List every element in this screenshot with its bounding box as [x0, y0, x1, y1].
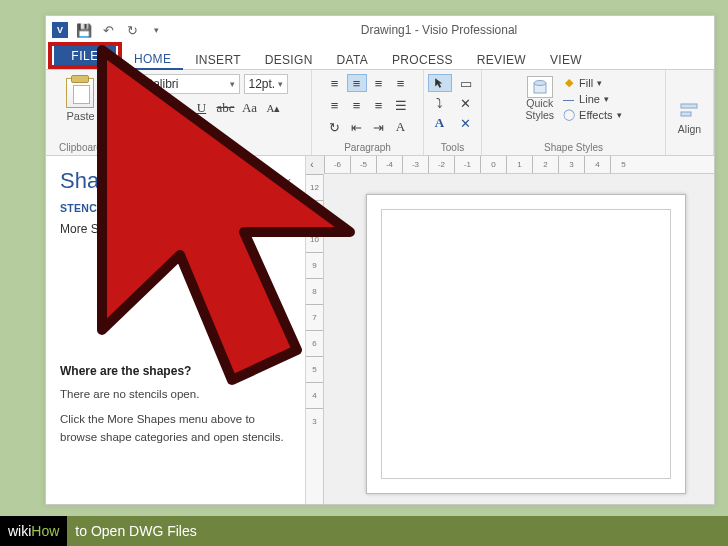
strike-button[interactable]: abc — [216, 98, 236, 118]
bullets-button[interactable]: ☰ — [391, 96, 411, 114]
group-font-label: Font — [116, 142, 311, 153]
align-label: Align — [678, 123, 701, 135]
ruler-tick: 12 — [306, 174, 323, 200]
font-size-value: 12pt. — [249, 77, 276, 91]
banner-wiki: wiki — [8, 523, 31, 539]
rectangle-tool-button[interactable]: ▭ — [454, 74, 478, 92]
paste-icon — [66, 78, 94, 108]
save-icon[interactable]: 💾 — [76, 22, 92, 38]
ruler-tick: -5 — [350, 156, 376, 173]
search-tab[interactable]: SEARCH — [128, 202, 174, 214]
visio-window: V 💾 ↶ ↻ ▾ Drawing1 - Visio Professional … — [45, 15, 715, 505]
rotate-button[interactable]: ↻ — [325, 118, 345, 136]
fill-button[interactable]: ◆ Fill ▾ — [562, 76, 621, 89]
ruler-tick: 0 — [480, 156, 506, 173]
workspace: Shapes ‹ STENCILS SEARCH More Shapes ▸ W… — [46, 156, 714, 504]
ruler-tick: 9 — [306, 252, 323, 278]
paste-button[interactable]: Paste — [66, 78, 94, 122]
effects-label: Effects — [579, 109, 612, 121]
font-size-combo[interactable]: 12pt. ▾ — [244, 74, 288, 94]
group-clipboard: Paste Clipboard — [46, 70, 116, 155]
font-size-up-button[interactable]: A▴ — [264, 98, 284, 118]
pointer-tool-button[interactable] — [428, 74, 452, 92]
collapse-ruler-icon[interactable]: ‹ — [306, 157, 318, 171]
connector-tool-button[interactable]: ⤵ — [428, 94, 452, 112]
effects-button[interactable]: ◯ Effects ▾ — [562, 108, 621, 121]
group-paragraph-label: Paragraph — [312, 142, 423, 153]
group-font: Calibri ▾ 12pt. ▾ B I U abc Aa A▴ A Font — [116, 70, 312, 155]
ruler-tick: -6 — [324, 156, 350, 173]
font-color-button[interactable]: A — [204, 122, 224, 142]
text-tool-button[interactable]: A — [428, 114, 452, 132]
stencils-tab[interactable]: STENCILS — [60, 202, 114, 214]
paste-label: Paste — [66, 110, 94, 122]
drawing-page[interactable] — [366, 194, 686, 494]
file-tab-highlight: FILE — [48, 42, 122, 69]
chevron-down-icon: ▾ — [604, 94, 609, 104]
font-name-combo[interactable]: Calibri ▾ — [140, 74, 240, 94]
tab-review[interactable]: REVIEW — [465, 44, 538, 69]
tab-design[interactable]: DESIGN — [253, 44, 325, 69]
tab-insert[interactable]: INSERT — [183, 44, 253, 69]
more-shapes-menu[interactable]: More Shapes ▸ — [60, 222, 291, 236]
ruler-vertical: 12 11 10 9 8 7 6 5 4 3 — [306, 174, 324, 504]
valign-bottom-button[interactable]: ≡ — [369, 96, 389, 114]
chevron-down-icon: ▾ — [230, 79, 235, 89]
quick-styles-button[interactable]: Quick Styles — [525, 76, 554, 121]
text-block-button[interactable]: A — [391, 118, 411, 136]
group-clipboard-label: Clipboard — [46, 142, 115, 153]
crop-tool-button[interactable]: ✕ — [454, 94, 478, 112]
ruler-tick: 4 — [306, 382, 323, 408]
effects-icon: ◯ — [562, 108, 575, 121]
align-left-button[interactable]: ≡ — [325, 74, 345, 92]
align-center-button[interactable]: ≡ — [347, 74, 367, 92]
qat-dropdown-icon[interactable]: ▾ — [148, 22, 164, 38]
ribbon-content: Paste Clipboard Calibri ▾ 12pt. ▾ B I U … — [46, 70, 714, 156]
ruler-tick: -2 — [428, 156, 454, 173]
banner-how: How — [31, 523, 59, 539]
ruler-tick: 6 — [306, 330, 323, 356]
undo-icon[interactable]: ↶ — [100, 22, 116, 38]
tab-view[interactable]: VIEW — [538, 44, 594, 69]
group-tools: ▭ ⤵ ✕ A ✕ Tools — [424, 70, 482, 155]
line-icon: — — [562, 92, 575, 105]
valign-top-button[interactable]: ≡ — [325, 96, 345, 114]
tab-data[interactable]: DATA — [325, 44, 380, 69]
align-icon — [679, 101, 699, 121]
ruler-tick: 10 — [306, 226, 323, 252]
align-button[interactable]: Align — [678, 101, 701, 135]
wikihow-banner: wikiHow to Open DWG Files — [0, 516, 728, 546]
ruler-tick: 2 — [532, 156, 558, 173]
valign-middle-button[interactable]: ≡ — [347, 96, 367, 114]
redo-icon[interactable]: ↻ — [124, 22, 140, 38]
line-button[interactable]: — Line ▾ — [562, 92, 621, 105]
tab-home[interactable]: HOME — [122, 44, 183, 70]
ruler-tick: 4 — [584, 156, 610, 173]
ruler-tick: -1 — [454, 156, 480, 173]
group-shape-styles: Quick Styles ◆ Fill ▾ — Line ▾ ◯ — [482, 70, 666, 155]
shapes-title: Shapes — [60, 168, 135, 194]
ruler-tick: 11 — [306, 200, 323, 226]
canvas-area[interactable]: ‹ -6 -5 -4 -3 -2 -1 0 1 2 3 4 5 12 11 10… — [306, 156, 714, 504]
group-styles-label: Shape Styles — [482, 142, 665, 153]
group-arrange: Align — [666, 70, 714, 155]
underline-button[interactable]: U — [192, 98, 212, 118]
tab-file[interactable]: FILE — [54, 46, 116, 65]
svg-rect-2 — [681, 104, 697, 108]
indent-dec-button[interactable]: ⇤ — [347, 118, 367, 136]
tab-process[interactable]: PROCESS — [380, 44, 465, 69]
ruler-tick: 5 — [306, 356, 323, 382]
ruler-tick: 7 — [306, 304, 323, 330]
bold-button[interactable]: B — [144, 98, 164, 118]
font-name-value: Calibri — [145, 77, 179, 91]
connection-point-button[interactable]: ✕ — [454, 114, 478, 132]
align-justify-button[interactable]: ≡ — [391, 74, 411, 92]
indent-inc-button[interactable]: ⇥ — [369, 118, 389, 136]
empty-heading: Where are the shapes? — [60, 364, 291, 378]
italic-button[interactable]: I — [168, 98, 188, 118]
align-right-button[interactable]: ≡ — [369, 74, 389, 92]
change-case-button[interactable]: Aa — [240, 98, 260, 118]
svg-point-1 — [534, 81, 546, 86]
chevron-down-icon: ▾ — [597, 78, 602, 88]
chevron-left-icon[interactable]: ‹ — [287, 174, 291, 188]
